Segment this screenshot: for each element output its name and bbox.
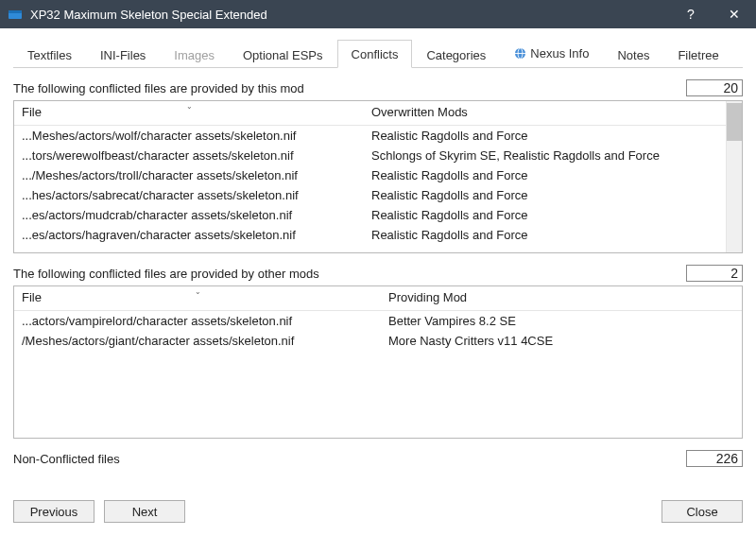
help-button[interactable]: ? — [669, 0, 713, 28]
table-row[interactable]: ...tors/werewolfbeast/character assets/s… — [14, 146, 726, 165]
table-row[interactable]: /Meshes/actors/giant/character assets/sk… — [14, 331, 742, 351]
non-conflicted-label: Non-Conflicted files — [13, 452, 686, 466]
non-conflicted-count: 226 — [686, 450, 743, 467]
close-window-button[interactable]: ✕ — [713, 0, 756, 28]
overwriting-list: File ⌄ Overwritten Mods ...Meshes/actors… — [13, 100, 743, 253]
overwritten-rows: ...actors/vampirelord/character assets/s… — [14, 311, 742, 437]
svg-rect-1 — [9, 10, 22, 13]
provided-by-other-mods-count: 2 — [686, 265, 743, 282]
tab-optional-esps[interactable]: Optional ESPs — [229, 41, 337, 68]
table-row[interactable]: .../Meshes/actors/troll/character assets… — [14, 165, 726, 185]
tab-ini-files[interactable]: INI-Files — [86, 41, 160, 68]
previous-button[interactable]: Previous — [13, 500, 94, 523]
globe-icon — [514, 47, 526, 62]
non-conflicted-header: Non-Conflicted files 226 — [13, 450, 743, 467]
column-file[interactable]: File ⌄ — [14, 286, 381, 310]
table-row[interactable]: ...actors/vampirelord/character assets/s… — [14, 311, 742, 331]
table-row[interactable]: ...es/actors/hagraven/character assets/s… — [14, 225, 726, 245]
close-button[interactable]: Close — [662, 500, 743, 523]
scrollbar-thumb[interactable] — [727, 103, 742, 141]
provided-by-this-mod-label: The following conflicted files are provi… — [13, 81, 686, 95]
app-icon — [8, 7, 23, 22]
overwriting-scrollbar[interactable] — [726, 101, 742, 252]
overwriting-columns: File ⌄ Overwritten Mods — [14, 101, 726, 126]
column-providing-mod[interactable]: Providing Mod — [381, 286, 742, 310]
overwriting-rows: ...Meshes/actors/wolf/character assets/s… — [14, 126, 726, 251]
tab-textfiles[interactable]: Textfiles — [13, 41, 86, 68]
provided-by-this-mod-count: 20 — [686, 79, 743, 96]
tab-filetree[interactable]: Filetree — [663, 41, 732, 68]
client-area: Textfiles INI-Files Images Optional ESPs… — [0, 28, 756, 536]
table-row[interactable]: ...hes/actors/sabrecat/character assets/… — [14, 185, 726, 205]
tab-strip: Textfiles INI-Files Images Optional ESPs… — [13, 38, 743, 68]
overwritten-list: File ⌄ Providing Mod ...actors/vampirelo… — [13, 285, 743, 439]
table-row[interactable]: ...es/actors/mudcrab/character assets/sk… — [14, 205, 726, 225]
dialog-buttons: Previous Next Close — [13, 487, 743, 523]
tab-images: Images — [160, 41, 229, 68]
chevron-down-icon: ⌄ — [186, 102, 193, 111]
titlebar: XP32 Maximum Skeleton Special Extended ?… — [0, 0, 756, 28]
table-row[interactable]: ...Meshes/actors/wolf/character assets/s… — [14, 126, 726, 146]
column-overwritten-mods[interactable]: Overwritten Mods — [364, 101, 726, 125]
column-file[interactable]: File ⌄ — [14, 101, 364, 125]
tab-conflicts[interactable]: Conflicts — [337, 40, 413, 68]
provided-by-other-mods-label: The following conflicted files are provi… — [13, 267, 686, 281]
provided-by-this-mod-header: The following conflicted files are provi… — [13, 79, 743, 96]
chevron-down-icon: ⌄ — [195, 287, 201, 296]
window-title: XP32 Maximum Skeleton Special Extended — [30, 8, 267, 22]
overwritten-columns: File ⌄ Providing Mod — [14, 286, 742, 311]
tab-nexus-info[interactable]: Nexus Info — [500, 39, 603, 68]
tab-notes[interactable]: Notes — [603, 41, 663, 68]
tab-categories[interactable]: Categories — [412, 41, 500, 68]
provided-by-other-mods-header: The following conflicted files are provi… — [13, 265, 743, 282]
next-button[interactable]: Next — [104, 500, 185, 523]
